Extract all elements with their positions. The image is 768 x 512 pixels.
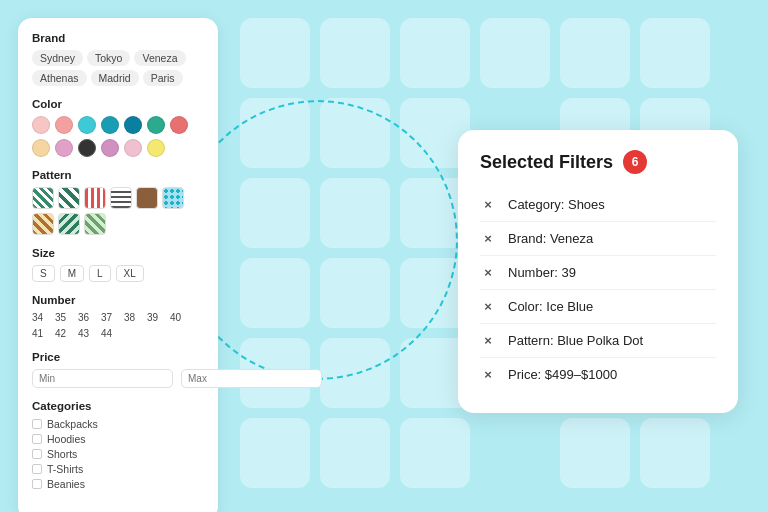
category-label: T-Shirts bbox=[47, 463, 83, 475]
number-item[interactable]: 39 bbox=[147, 312, 165, 323]
price-section: Price bbox=[32, 351, 204, 388]
pattern-9[interactable] bbox=[84, 213, 106, 235]
category-list: BackpacksHoodiesShortsT-ShirtsBeanies bbox=[32, 418, 204, 490]
bg-tile bbox=[240, 178, 310, 248]
pattern-3[interactable] bbox=[84, 187, 106, 209]
color-swatch[interactable] bbox=[147, 139, 165, 157]
color-swatch[interactable] bbox=[101, 139, 119, 157]
color-swatch[interactable] bbox=[55, 116, 73, 134]
remove-filter-button[interactable]: × bbox=[480, 197, 496, 212]
size-tag[interactable]: M bbox=[60, 265, 84, 282]
number-item[interactable]: 38 bbox=[124, 312, 142, 323]
bg-tile bbox=[320, 338, 390, 408]
color-swatch[interactable] bbox=[78, 139, 96, 157]
selected-filters-list: ×Category: Shoes×Brand: Veneza×Number: 3… bbox=[480, 188, 716, 391]
number-item[interactable]: 43 bbox=[78, 328, 96, 339]
bg-tile bbox=[240, 418, 310, 488]
color-swatch[interactable] bbox=[32, 116, 50, 134]
brand-tag[interactable]: Sydney bbox=[32, 50, 83, 66]
number-item[interactable]: 34 bbox=[32, 312, 50, 323]
number-item[interactable]: 36 bbox=[78, 312, 96, 323]
brand-tag[interactable]: Madrid bbox=[91, 70, 139, 86]
category-label: Beanies bbox=[47, 478, 85, 490]
remove-filter-button[interactable]: × bbox=[480, 265, 496, 280]
color-swatch[interactable] bbox=[55, 139, 73, 157]
bg-tile bbox=[400, 418, 470, 488]
filter-label: Category: Shoes bbox=[508, 197, 605, 212]
color-swatch[interactable] bbox=[32, 139, 50, 157]
price-title: Price bbox=[32, 351, 204, 363]
pattern-section: Pattern bbox=[32, 169, 204, 235]
pattern-6[interactable] bbox=[162, 187, 184, 209]
pattern-2[interactable] bbox=[58, 187, 80, 209]
brand-tag[interactable]: Paris bbox=[143, 70, 183, 86]
bg-tile bbox=[560, 18, 630, 88]
pattern-1[interactable] bbox=[32, 187, 54, 209]
number-section: Number 3435363738394041424344 bbox=[32, 294, 204, 339]
selected-filter-item: ×Price: $499–$1000 bbox=[480, 358, 716, 391]
pattern-8[interactable] bbox=[58, 213, 80, 235]
number-title: Number bbox=[32, 294, 204, 306]
number-item[interactable]: 37 bbox=[101, 312, 119, 323]
selected-filter-item: ×Number: 39 bbox=[480, 256, 716, 290]
category-item[interactable]: Backpacks bbox=[32, 418, 204, 430]
color-section: Color bbox=[32, 98, 204, 157]
category-checkbox[interactable] bbox=[32, 419, 42, 429]
category-item[interactable]: T-Shirts bbox=[32, 463, 204, 475]
bg-tile bbox=[400, 18, 470, 88]
brand-tag[interactable]: Athenas bbox=[32, 70, 87, 86]
category-checkbox[interactable] bbox=[32, 449, 42, 459]
pattern-swatches bbox=[32, 187, 204, 235]
color-swatch[interactable] bbox=[170, 116, 188, 134]
color-swatch[interactable] bbox=[124, 116, 142, 134]
color-swatch[interactable] bbox=[101, 116, 119, 134]
size-tag[interactable]: S bbox=[32, 265, 55, 282]
color-swatch[interactable] bbox=[147, 116, 165, 134]
number-item[interactable]: 40 bbox=[170, 312, 188, 323]
remove-filter-button[interactable]: × bbox=[480, 333, 496, 348]
remove-filter-button[interactable]: × bbox=[480, 367, 496, 382]
color-swatch[interactable] bbox=[78, 116, 96, 134]
bg-tile bbox=[240, 98, 310, 168]
price-min-input[interactable] bbox=[32, 369, 173, 388]
size-tag[interactable]: L bbox=[89, 265, 111, 282]
category-checkbox[interactable] bbox=[32, 434, 42, 444]
pattern-5[interactable] bbox=[136, 187, 158, 209]
category-item[interactable]: Shorts bbox=[32, 448, 204, 460]
brand-tag[interactable]: Veneza bbox=[134, 50, 185, 66]
category-item[interactable]: Hoodies bbox=[32, 433, 204, 445]
number-item[interactable]: 41 bbox=[32, 328, 50, 339]
size-tags: SMLXL bbox=[32, 265, 204, 282]
number-item[interactable]: 42 bbox=[55, 328, 73, 339]
brand-section: Brand SydneyTokyoVenezaAthenasMadridPari… bbox=[32, 32, 204, 86]
filter-label: Price: $499–$1000 bbox=[508, 367, 617, 382]
remove-filter-button[interactable]: × bbox=[480, 299, 496, 314]
bg-tile bbox=[320, 18, 390, 88]
brand-tags: SydneyTokyoVenezaAthenasMadridParis bbox=[32, 50, 204, 86]
selected-filters-badge: 6 bbox=[623, 150, 647, 174]
dashed-circle-decoration bbox=[178, 100, 458, 380]
selected-filter-item: ×Brand: Veneza bbox=[480, 222, 716, 256]
category-label: Hoodies bbox=[47, 433, 86, 445]
number-item[interactable]: 44 bbox=[101, 328, 119, 339]
price-inputs bbox=[32, 369, 204, 388]
color-swatch[interactable] bbox=[124, 139, 142, 157]
price-max-input[interactable] bbox=[181, 369, 322, 388]
pattern-4[interactable] bbox=[110, 187, 132, 209]
size-tag[interactable]: XL bbox=[116, 265, 144, 282]
selected-filters-header: Selected Filters 6 bbox=[480, 150, 716, 174]
category-checkbox[interactable] bbox=[32, 464, 42, 474]
filter-panel: Brand SydneyTokyoVenezaAthenasMadridPari… bbox=[18, 18, 218, 512]
selected-filter-item: ×Category: Shoes bbox=[480, 188, 716, 222]
bg-tile bbox=[560, 418, 630, 488]
bg-tile bbox=[240, 18, 310, 88]
filter-label: Brand: Veneza bbox=[508, 231, 593, 246]
bg-tile bbox=[320, 98, 390, 168]
remove-filter-button[interactable]: × bbox=[480, 231, 496, 246]
category-item[interactable]: Beanies bbox=[32, 478, 204, 490]
brand-tag[interactable]: Tokyo bbox=[87, 50, 130, 66]
number-item[interactable]: 35 bbox=[55, 312, 73, 323]
category-checkbox[interactable] bbox=[32, 479, 42, 489]
pattern-7[interactable] bbox=[32, 213, 54, 235]
pattern-title: Pattern bbox=[32, 169, 204, 181]
